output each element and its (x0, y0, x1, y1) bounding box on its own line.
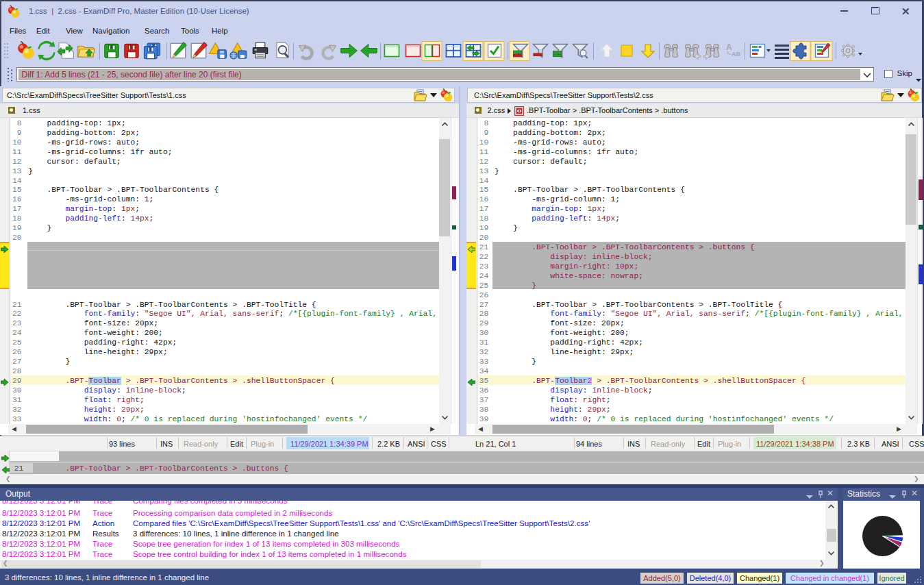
svg-text:AB: AB (732, 51, 740, 58)
